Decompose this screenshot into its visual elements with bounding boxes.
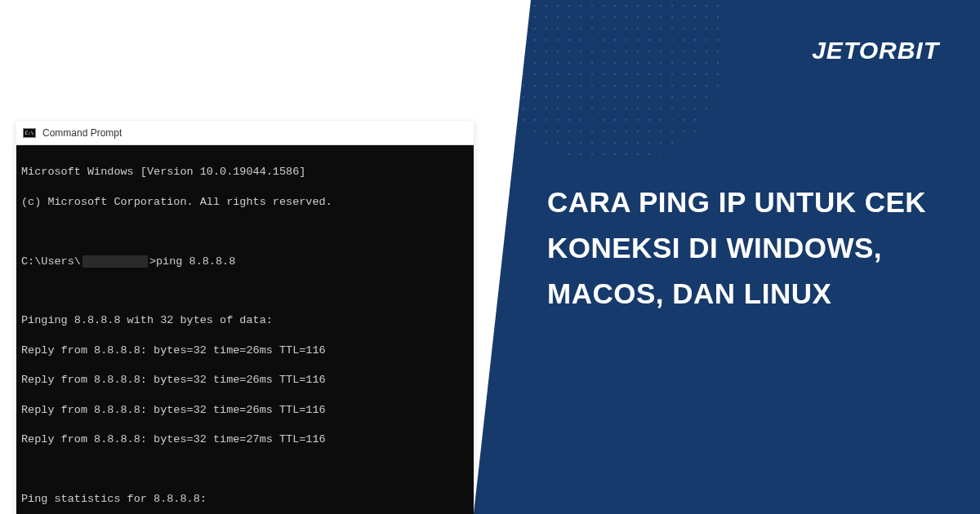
terminal-line: Microsoft Windows [Version 10.0.19044.15… [21,165,469,179]
window-title: Command Prompt [42,127,122,139]
terminal-line: Pinging 8.8.8.8 with 32 bytes of data: [21,313,469,328]
terminal-line [21,284,469,299]
terminal-line: Reply from 8.8.8.8: bytes=32 time=26ms T… [21,403,469,418]
redacted-username [82,255,148,268]
brand-logo: JETORBIT [812,37,939,64]
terminal-line [21,463,469,477]
decorative-dots [506,0,719,163]
terminal-line: Reply from 8.8.8.8: bytes=32 time=26ms T… [21,373,469,388]
terminal-output: Microsoft Windows [Version 10.0.19044.15… [16,145,474,514]
cmd-icon [23,128,36,138]
terminal-line: Ping statistics for 8.8.8.8: [21,492,469,507]
terminal-line: Reply from 8.8.8.8: bytes=32 time=27ms T… [21,432,469,447]
terminal-line [21,224,469,239]
article-headline: CARA PING IP UNTUK CEK KONEKSI DI WINDOW… [547,179,939,317]
prompt-command: >ping 8.8.8.8 [149,255,235,269]
command-prompt-window: Command Prompt Microsoft Windows [Versio… [16,121,474,514]
window-titlebar: Command Prompt [16,121,474,145]
terminal-prompt-line: C:\Users\>ping 8.8.8.8 [21,255,469,269]
terminal-line: (c) Microsoft Corporation. All rights re… [21,195,469,210]
terminal-line: Reply from 8.8.8.8: bytes=32 time=26ms T… [21,343,469,358]
brand-panel: JETORBIT CARA PING IP UNTUK CEK KONEKSI … [474,0,980,514]
prompt-path: C:\Users\ [21,255,81,269]
